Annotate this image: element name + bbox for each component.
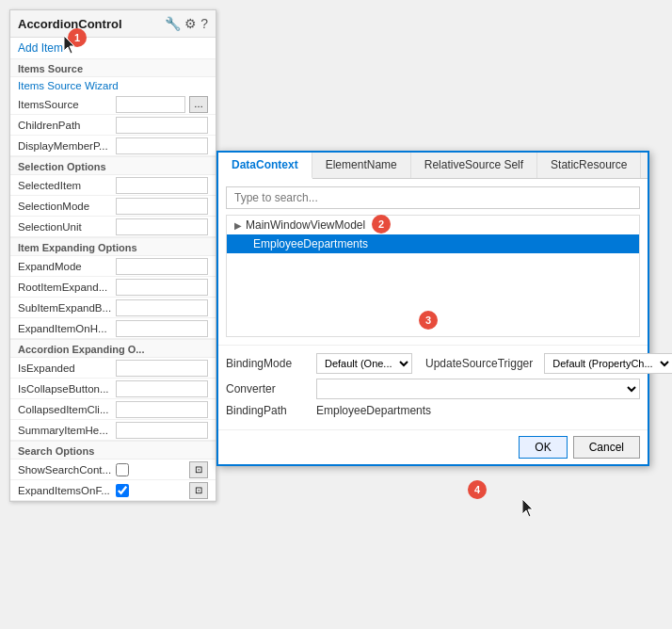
tree-child-label: EmployeeDepartments xyxy=(253,237,368,250)
prop-subitemexpandb-label: SubItemExpandB... xyxy=(18,302,112,314)
prop-expandmode-input[interactable] xyxy=(116,258,208,275)
prop-expanditemonh-label: ExpandItemOnH... xyxy=(18,323,112,334)
property-row-itemssource: ItemsSource … xyxy=(10,94,216,115)
property-row-childrenpath: ChildrenPath xyxy=(10,115,216,136)
section-search-options: Search Options xyxy=(10,441,216,460)
step-badge-3: 3 xyxy=(419,311,438,330)
property-row-expandmode: ExpandMode xyxy=(10,256,216,277)
bindingmode-select[interactable]: Default (One... xyxy=(316,353,412,374)
property-row-expanditemonh: ExpandItemOnH... xyxy=(10,318,216,339)
tree-child-row[interactable]: EmployeeDepartments xyxy=(227,234,639,253)
dialog-tab-bar: DataContext ElementName RelativeSource S… xyxy=(218,153,648,179)
binding-mode-row: BindingMode Default (One... UpdateSource… xyxy=(226,353,640,374)
bindingpath-row: BindingPath EmployeeDepartments xyxy=(226,404,640,417)
property-row-rootitemexpand: RootItemExpand... xyxy=(10,277,216,298)
prop-itemssource-label: ItemsSource xyxy=(18,99,112,110)
prop-selecteditem-input[interactable] xyxy=(116,177,208,194)
step-badge-4: 4 xyxy=(468,480,487,499)
tab-elementname[interactable]: ElementName xyxy=(312,153,411,178)
mouse-cursor xyxy=(522,499,537,521)
property-row-summaryitemhe: SummaryItemHe... xyxy=(10,420,216,441)
updatesourcetrigger-select[interactable]: Default (PropertyCh... xyxy=(544,353,672,374)
bindingpath-label: BindingPath xyxy=(226,404,311,417)
prop-childrenpath-label: ChildrenPath xyxy=(18,120,112,131)
prop-selecteditem-label: SelectedItem xyxy=(18,180,112,191)
gear-icon[interactable]: ⚙ xyxy=(184,16,197,31)
prop-summaryitemhe-input[interactable] xyxy=(116,422,208,439)
prop-expanditemsonf-label: ExpandItemsOnF... xyxy=(18,485,112,496)
section-item-expanding: Item Expanding Options xyxy=(10,237,216,256)
bindingpath-value: EmployeeDepartments xyxy=(316,404,431,417)
properties-panel: AccordionControl 🔧 ⚙ ? Add Item Items So… xyxy=(9,9,216,502)
add-item-link[interactable]: Add Item xyxy=(10,38,216,58)
prop-expanditemsonf-checkbox[interactable] xyxy=(116,484,129,497)
cancel-button[interactable]: Cancel xyxy=(573,436,640,459)
prop-childrenpath-input[interactable] xyxy=(116,117,208,134)
prop-expandmode-label: ExpandMode xyxy=(18,261,112,272)
expanditemsonf-btn[interactable]: ⊡ xyxy=(189,482,208,499)
prop-selectionmode-label: SelectionMode xyxy=(18,201,112,212)
search-input[interactable] xyxy=(226,186,640,209)
property-row-showsearchcont: ShowSearchCont... ⊡ xyxy=(10,460,216,480)
dialog-footer-fields: BindingMode Default (One... UpdateSource… xyxy=(218,345,648,429)
property-row-displaymember: DisplayMemberP... xyxy=(10,136,216,156)
prop-isexpanded-input[interactable] xyxy=(116,360,208,377)
showsearchcont-btn[interactable]: ⊡ xyxy=(189,461,208,478)
prop-showsearchcont-checkbox[interactable] xyxy=(116,463,129,476)
property-row-expanditemsonf: ExpandItemsOnF... ⊡ xyxy=(10,480,216,501)
prop-isexpanded-label: IsExpanded xyxy=(18,363,112,374)
prop-iscollapsebtn-label: IsCollapseButton... xyxy=(18,383,112,395)
panel-title: AccordionControl xyxy=(18,17,122,31)
panel-header: AccordionControl 🔧 ⚙ ? xyxy=(10,10,216,38)
section-selection-options: Selection Options xyxy=(10,156,216,175)
wrench-icon[interactable]: 🔧 xyxy=(165,16,181,31)
prop-displaymember-input[interactable] xyxy=(116,137,208,154)
section-accordion-expanding: Accordion Expanding O... xyxy=(10,339,216,358)
property-row-iscollapsebtn: IsCollapseButton... xyxy=(10,379,216,399)
svg-marker-0 xyxy=(522,499,533,517)
ok-button[interactable]: OK xyxy=(519,436,567,459)
property-row-subitemexpandb: SubItemExpandB... xyxy=(10,298,216,318)
prop-rootitemexpand-input[interactable] xyxy=(116,279,208,296)
prop-selectionunit-label: SelectionUnit xyxy=(18,221,112,233)
prop-summaryitemhe-label: SummaryItemHe... xyxy=(18,425,112,436)
binding-dialog: DataContext ElementName RelativeSource S… xyxy=(216,151,649,466)
prop-collapseditemcli-label: CollapsedItemCli... xyxy=(18,404,112,415)
tab-datacontext[interactable]: DataContext xyxy=(218,153,312,179)
wizard-row: Items Source Wizard xyxy=(10,77,216,94)
tab-relativesource[interactable]: RelativeSource Self xyxy=(411,153,537,178)
prop-expanditemonh-input[interactable] xyxy=(116,320,208,337)
prop-iscollapsebtn-input[interactable] xyxy=(116,380,208,397)
updatesourcetrigger-label: UpdateSourceTrigger xyxy=(425,357,533,370)
step-badge-1: 1 xyxy=(68,28,87,47)
converter-label: Converter xyxy=(226,382,311,395)
converter-select[interactable] xyxy=(316,379,640,399)
prop-itemssource-input[interactable] xyxy=(116,96,185,113)
tree-parent-row: ▶ MainWindowViewModel xyxy=(227,216,639,234)
panel-header-icons: 🔧 ⚙ ? xyxy=(165,16,208,31)
tree-parent-label: MainWindowViewModel xyxy=(246,218,365,232)
section-items-source: Items Source xyxy=(10,58,216,77)
prop-selectionmode-input[interactable] xyxy=(116,198,208,215)
converter-row: Converter xyxy=(226,379,640,399)
bindingmode-label: BindingMode xyxy=(226,357,311,370)
prop-selectionunit-input[interactable] xyxy=(116,218,208,235)
prop-showsearchcont-label: ShowSearchCont... xyxy=(18,464,112,476)
items-source-wizard-link[interactable]: Items Source Wizard xyxy=(18,80,208,91)
help-icon[interactable]: ? xyxy=(200,16,208,31)
property-row-collapseditemcli: CollapsedItemCli... xyxy=(10,399,216,420)
tab-staticresource[interactable]: StaticResource xyxy=(537,153,641,178)
property-row-selectionmode: SelectionMode xyxy=(10,196,216,217)
itemssource-binding-btn[interactable]: … xyxy=(189,96,208,113)
dialog-buttons: OK Cancel xyxy=(218,429,648,464)
tree-arrow-icon: ▶ xyxy=(234,220,242,231)
property-row-isexpanded: IsExpanded xyxy=(10,358,216,379)
prop-displaymember-label: DisplayMemberP... xyxy=(18,140,112,152)
prop-collapseditemcli-input[interactable] xyxy=(116,401,208,418)
prop-subitemexpandb-input[interactable] xyxy=(116,299,208,316)
step-badge-2: 2 xyxy=(372,215,391,234)
prop-rootitemexpand-label: RootItemExpand... xyxy=(18,282,112,293)
property-row-selecteditem: SelectedItem xyxy=(10,175,216,196)
property-row-selectionunit: SelectionUnit xyxy=(10,217,216,237)
